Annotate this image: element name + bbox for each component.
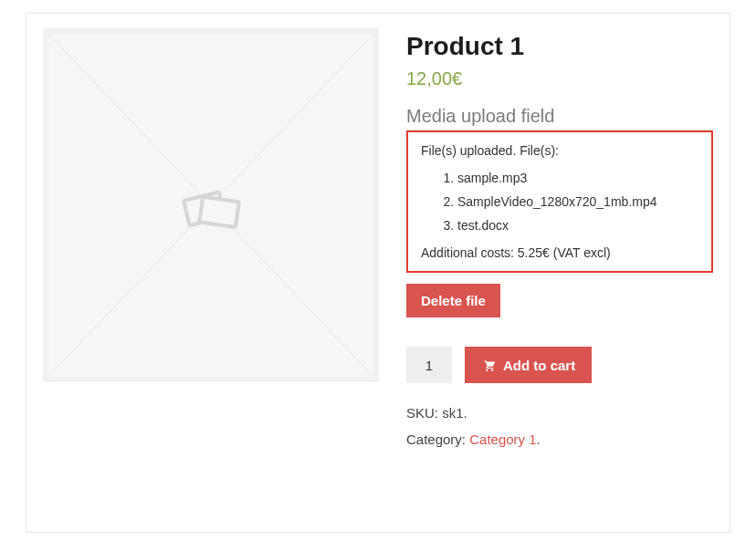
uploaded-file: test.docx [457,218,698,233]
category-row: Category: Category 1. [406,431,713,447]
delete-file-label: Delete file [421,293,486,308]
uploaded-file: SampleVideo_1280x720_1mb.mp4 [457,194,698,209]
product-title: Product 1 [406,32,713,61]
svg-rect-3 [199,197,239,227]
uploaded-file: sample.mp3 [457,171,698,185]
additional-costs: Additional costs: 5.25€ (VAT excl) [421,245,698,260]
sku-row: SKU: sk1. [406,405,713,421]
category-label: Category: [406,431,466,447]
add-to-cart-button[interactable]: Add to cart [465,347,592,383]
category-link[interactable]: Category 1 [469,431,536,447]
image-placeholder-icon [48,34,373,377]
product-card: Product 1 12,00€ Media upload field File… [26,13,730,533]
delete-file-button[interactable]: Delete file [406,284,500,317]
sku-label: SKU: [406,405,438,421]
product-image-placeholder [43,28,379,382]
add-to-cart-label: Add to cart [503,358,575,373]
sku-value: sk1 [442,405,463,421]
product-price: 12,00€ [406,68,713,89]
upload-status: File(s) uploaded. File(s): [421,143,698,158]
upload-box: File(s) uploaded. File(s): sample.mp3 Sa… [406,130,713,273]
cart-icon [481,359,496,371]
media-upload-label: Media upload field [406,106,713,130]
quantity-input[interactable] [406,347,452,383]
uploaded-files-list: sample.mp3 SampleVideo_1280x720_1mb.mp4 … [421,171,698,233]
